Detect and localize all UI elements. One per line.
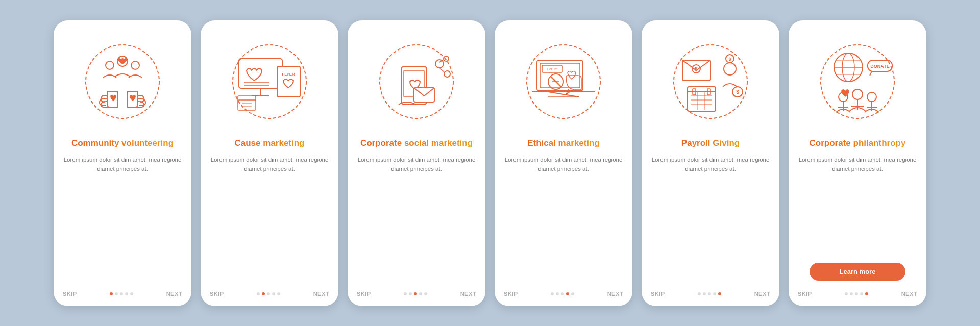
dot-2 xyxy=(703,292,706,295)
corporate-philanthropy-icon: DONATE xyxy=(817,41,898,122)
svg-text:$: $ xyxy=(728,57,731,62)
dot-4 xyxy=(272,292,275,295)
card-6-skip[interactable]: SKIP xyxy=(798,291,812,297)
dot-1 xyxy=(257,292,260,295)
svg-rect-8 xyxy=(277,66,300,97)
dot-1 xyxy=(551,292,554,295)
svg-rect-40 xyxy=(688,87,716,111)
dot-3 xyxy=(267,292,270,295)
dot-3 xyxy=(708,292,711,295)
card-4-body: Lorem ipsum dolor sit dim amet, mea regi… xyxy=(504,155,623,227)
card-1-skip[interactable]: SKIP xyxy=(63,291,77,297)
card-4-next[interactable]: NEXT xyxy=(607,291,623,297)
phone-card-2: FLYER Cause marketing Lorem ipsum dolor … xyxy=(201,20,338,306)
card-1-body: Lorem ipsum dolor sit dim amet, mea regi… xyxy=(63,155,182,227)
dot-5 xyxy=(571,292,574,295)
svg-point-49 xyxy=(724,63,736,75)
dot-5 xyxy=(277,292,280,295)
phone-card-1: Community volunteering Lorem ipsum dolor… xyxy=(54,20,191,306)
card-5-skip[interactable]: SKIP xyxy=(651,291,665,297)
dot-1 xyxy=(110,292,113,295)
svg-point-16 xyxy=(380,45,453,118)
ethical-marketing-icon: Forum xyxy=(523,41,604,122)
illustration-1 xyxy=(71,31,174,133)
cause-marketing-icon: FLYER xyxy=(229,41,310,122)
card-6-body: Lorem ipsum dolor sit dim amet, mea regi… xyxy=(798,155,917,255)
dot-2 xyxy=(409,292,412,295)
dot-4 xyxy=(713,292,716,295)
card-3-nav: SKIP NEXT xyxy=(357,288,476,297)
dot-3 xyxy=(120,292,123,295)
dot-3 xyxy=(414,292,417,295)
svg-text:$: $ xyxy=(695,66,698,72)
card-4-skip[interactable]: SKIP xyxy=(504,291,518,297)
illustration-2: FLYER xyxy=(218,31,321,133)
dot-4 xyxy=(125,292,128,295)
card-5-title: Payroll Giving xyxy=(681,138,740,149)
learn-more-button[interactable]: Learn more xyxy=(810,263,905,281)
dot-2 xyxy=(115,292,118,295)
svg-text:Forum: Forum xyxy=(547,67,557,71)
svg-text:DONATE: DONATE xyxy=(870,64,889,69)
dot-1 xyxy=(845,292,848,295)
payroll-giving-icon: $ $ $ xyxy=(670,41,751,122)
dot-1 xyxy=(698,292,701,295)
illustration-6: DONATE xyxy=(806,31,909,133)
card-6-title: Corporate philanthropy xyxy=(810,138,906,149)
card-2-dots xyxy=(257,292,280,295)
dot-4 xyxy=(566,292,569,295)
illustration-4: Forum xyxy=(512,31,615,133)
card-3-body: Lorem ipsum dolor sit dim amet, mea regi… xyxy=(357,155,476,227)
card-2-skip[interactable]: SKIP xyxy=(210,291,224,297)
card-6-dots xyxy=(845,292,868,295)
card-1-next[interactable]: NEXT xyxy=(166,291,182,297)
card-6-nav: SKIP NEXT xyxy=(798,288,917,297)
svg-point-3 xyxy=(131,61,139,69)
svg-line-29 xyxy=(548,92,579,97)
svg-point-2 xyxy=(106,61,114,69)
card-4-nav: SKIP NEXT xyxy=(504,288,623,297)
svg-point-36 xyxy=(674,45,747,118)
card-3-skip[interactable]: SKIP xyxy=(357,291,371,297)
card-1-nav: SKIP NEXT xyxy=(63,288,182,297)
dot-2 xyxy=(850,292,853,295)
cards-container: Community volunteering Lorem ipsum dolor… xyxy=(54,20,926,306)
svg-point-22 xyxy=(444,56,449,61)
phone-card-5: $ $ $ Payroll Giving xyxy=(642,20,779,306)
card-1-title: Community volunteering xyxy=(71,138,174,149)
dot-3 xyxy=(855,292,858,295)
card-5-nav: SKIP NEXT xyxy=(651,288,770,297)
card-2-title: Cause marketing xyxy=(235,138,305,149)
svg-line-62 xyxy=(870,71,872,76)
dot-5 xyxy=(865,292,868,295)
card-2-body: Lorem ipsum dolor sit dim amet, mea regi… xyxy=(210,155,329,227)
card-6-next[interactable]: NEXT xyxy=(901,291,917,297)
illustration-3 xyxy=(365,31,468,133)
phone-card-6: DONATE Corpor xyxy=(789,20,926,306)
corporate-social-marketing-icon xyxy=(376,41,457,122)
card-4-dots xyxy=(551,292,574,295)
card-5-next[interactable]: NEXT xyxy=(754,291,770,297)
card-2-nav: SKIP NEXT xyxy=(210,288,329,297)
dot-1 xyxy=(404,292,407,295)
dot-5 xyxy=(718,292,721,295)
card-3-next[interactable]: NEXT xyxy=(460,291,476,297)
card-3-dots xyxy=(404,292,427,295)
card-1-dots xyxy=(110,292,133,295)
dot-5 xyxy=(130,292,133,295)
dot-2 xyxy=(262,292,265,295)
illustration-5: $ $ $ xyxy=(659,31,762,133)
card-2-next[interactable]: NEXT xyxy=(313,291,329,297)
dot-3 xyxy=(561,292,564,295)
card-5-body: Lorem ipsum dolor sit dim amet, mea regi… xyxy=(651,155,770,227)
svg-point-20 xyxy=(435,60,444,68)
card-5-dots xyxy=(698,292,721,295)
svg-point-66 xyxy=(852,89,863,99)
dot-4 xyxy=(860,292,863,295)
phone-card-4: Forum Ethical marketing Lorem ipsum dolo… xyxy=(495,20,632,306)
card-4-title: Ethical marketing xyxy=(527,138,600,149)
community-volunteering-icon xyxy=(82,41,163,122)
svg-point-69 xyxy=(867,92,876,102)
svg-text:FLYER: FLYER xyxy=(282,72,295,77)
dot-2 xyxy=(556,292,559,295)
